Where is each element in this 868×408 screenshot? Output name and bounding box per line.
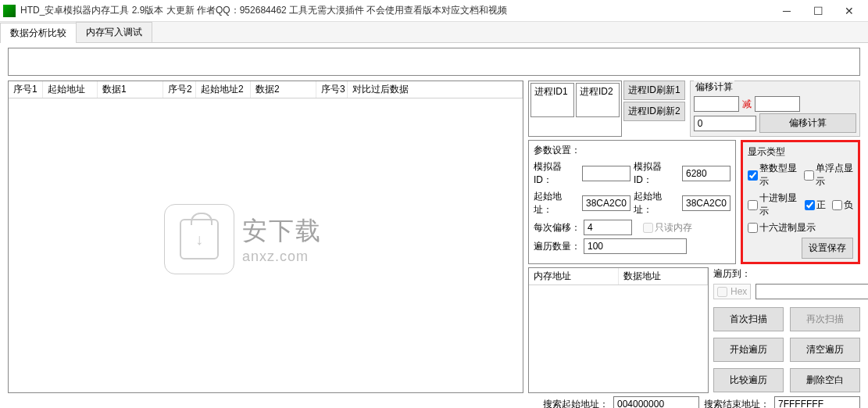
search-end-label: 搜索结束地址： [704,398,770,409]
offset-title: 偏移计算 [694,81,734,94]
address-table: 内存地址 数据地址 [528,267,709,393]
offset-input1[interactable] [694,96,739,112]
traverse-to-label: 遍历到： [713,267,751,281]
top-empty-bar [8,48,860,76]
col-index1[interactable]: 序号1 [9,81,43,98]
negative-checkbox[interactable]: 负 [832,191,853,218]
watermark-icon: ↓ [164,204,234,274]
sim-id2-label: 模拟器ID： [634,160,679,187]
col-data1[interactable]: 数据1 [98,81,163,98]
search-row: 搜索起始地址： 搜索结束地址： [8,396,860,408]
traverse-count-label: 遍历数量： [534,240,580,253]
table-header: 序号1 起始地址 数据1 序号2 起始地址2 数据2 序号3 对比过后数据 [9,81,523,98]
col-compared-data[interactable]: 对比过后数据 [348,81,523,98]
param-section: 参数设置： 模拟器ID： 模拟器ID： 起始地址： 起始地址： 每 [528,140,860,264]
refresh-pid1-button[interactable]: 进程ID刷新1 [623,81,685,100]
titlebar: HTD_安卓模拟器内存工具 2.9版本 大更新 作者QQ：952684462 工… [0,0,868,22]
watermark: ↓ 安下载 anxz.com [164,204,322,274]
tab-memory-write[interactable]: 内存写入调试 [76,22,152,42]
workspace: 序号1 起始地址 数据1 序号2 起始地址2 数据2 序号3 对比过后数据 ↓ … [0,48,868,408]
process-section: 进程ID1 进程ID2 进程ID刷新1 进程ID刷新2 偏移计算 减 [528,81,860,137]
col-index3[interactable]: 序号3 [316,81,348,98]
readonly-checkbox[interactable]: 只读内存 [643,221,692,234]
sim-id-label: 模拟器ID： [534,160,579,187]
minimize-button[interactable]: ─ [771,2,802,20]
refresh-pid2-button[interactable]: 进程ID刷新2 [623,102,685,121]
start-addr-input[interactable] [582,195,630,211]
hex-checkbox[interactable]: Hex [713,284,751,299]
col-data-addr[interactable]: 数据地址 [619,268,709,285]
data-table: 序号1 起始地址 数据1 序号2 起始地址2 数据2 序号3 对比过后数据 ↓ … [8,81,523,393]
hex-display-checkbox[interactable]: 十六进制显示 [748,221,816,234]
watermark-main: 安下载 [242,214,322,249]
col-index2[interactable]: 序号2 [163,81,196,98]
compare-traverse-button[interactable]: 比较遍历 [713,368,784,392]
app-icon [3,5,16,17]
offset-result[interactable] [694,116,756,131]
content-area: 序号1 起始地址 数据1 序号2 起始地址2 数据2 序号3 对比过后数据 ↓ … [8,81,860,393]
offset-each-label: 每次偏移： [534,221,580,234]
offset-minus-label: 减 [742,98,752,111]
positive-checkbox[interactable]: 正 [805,191,826,218]
close-button[interactable]: ✕ [834,2,865,20]
save-settings-button[interactable]: 设置保存 [802,238,853,259]
tab-data-analysis[interactable]: 数据分析比较 [0,23,77,43]
offset-calc-box: 偏移计算 减 偏移计算 [690,81,860,137]
search-end-input[interactable] [774,396,860,408]
col-start-addr2[interactable]: 起始地址2 [196,81,251,98]
display-type-box: 显示类型 整数型显示 单浮点显示 十进制显示 正 负 十六进制显示 设置保存 [741,140,860,264]
start-traverse-button[interactable]: 开始遍历 [713,338,784,362]
int-display-checkbox[interactable]: 整数型显示 [748,162,798,188]
col-mem-addr[interactable]: 内存地址 [529,268,619,285]
tab-bar: 数据分析比较 内存写入调试 [0,22,868,43]
offset-calc-button[interactable]: 偏移计算 [759,113,856,133]
sim-id-input[interactable] [582,166,630,181]
start-addr2-input[interactable] [682,195,730,211]
float-display-checkbox[interactable]: 单浮点显示 [804,162,854,188]
window-title: HTD_安卓模拟器内存工具 2.9版本 大更新 作者QQ：952684462 工… [20,4,771,17]
process-id2[interactable]: 进程ID2 [576,83,620,117]
traverse-count-input[interactable] [584,238,687,254]
search-start-input[interactable] [613,396,699,408]
clear-traverse-button[interactable]: 清空遍历 [790,338,860,362]
traverse-value-input[interactable] [755,284,868,299]
rescan-button[interactable]: 再次扫描 [790,307,860,331]
right-panel: 进程ID1 进程ID2 进程ID刷新1 进程ID刷新2 偏移计算 减 [528,81,860,393]
mid-section: 内存地址 数据地址 遍历到： Hex [528,264,860,393]
process-inputs: 进程ID1 进程ID2 [528,81,622,137]
delete-blank-button[interactable]: 删除空白 [790,368,860,392]
offset-each-input[interactable] [584,220,632,235]
param-title: 参数设置： [534,144,580,157]
window-controls: ─ ☐ ✕ [771,2,865,20]
col-data2[interactable]: 数据2 [251,81,316,98]
offset-input2[interactable] [755,96,800,112]
watermark-sub: anxz.com [242,249,322,265]
dec-display-checkbox[interactable]: 十进制显示 [748,191,798,218]
param-settings: 参数设置： 模拟器ID： 模拟器ID： 起始地址： 起始地址： 每 [528,140,736,264]
start-addr2-label: 起始地址： [634,190,679,217]
first-scan-button[interactable]: 首次扫描 [713,307,784,331]
start-addr-label: 起始地址： [534,190,579,217]
col-start-addr[interactable]: 起始地址 [43,81,98,98]
display-type-title: 显示类型 [748,145,853,159]
search-start-label: 搜索起始地址： [543,398,609,409]
maximize-button[interactable]: ☐ [802,2,834,20]
process-id1[interactable]: 进程ID1 [530,83,574,117]
sim-id2-input[interactable] [682,166,730,181]
